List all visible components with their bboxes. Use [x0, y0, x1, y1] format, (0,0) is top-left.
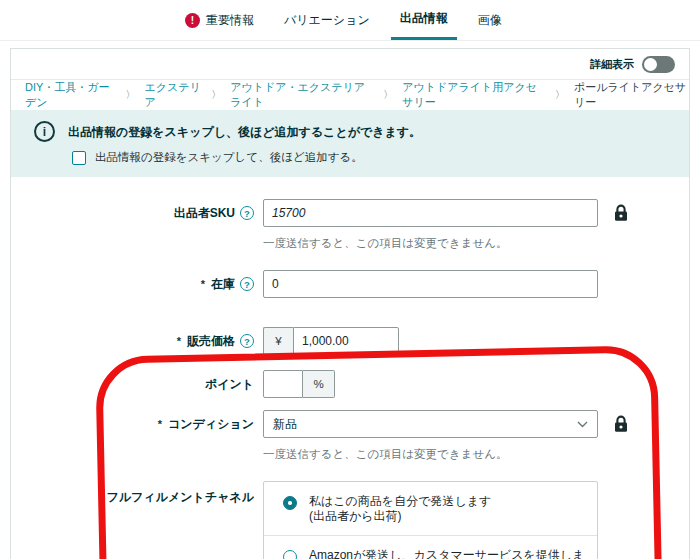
- sku-locked-note: 一度送信すると、この項目は変更できません。: [263, 236, 689, 251]
- breadcrumb-link[interactable]: エクステリア: [145, 80, 203, 110]
- tab-images[interactable]: 画像: [469, 0, 511, 40]
- error-badge-icon: !: [185, 13, 200, 28]
- help-icon[interactable]: ?: [240, 334, 254, 348]
- price-label: * 販売価格 ?: [11, 333, 254, 350]
- offer-form: 出品者SKU ? 一度送信すると、この項目は変更できません。 * 在: [11, 177, 689, 559]
- condition-select[interactable]: 新品: [263, 410, 598, 438]
- breadcrumb-link[interactable]: DIY・工具・ガーデン: [25, 80, 117, 110]
- advanced-view-label: 詳細表示: [590, 57, 634, 72]
- fulfillment-option-amazon[interactable]: Amazonが発送し、カスタマーサービスを提供します (Amazonから出荷): [264, 535, 597, 559]
- required-mark: *: [201, 278, 205, 290]
- condition-selected-value: 新品: [273, 416, 297, 433]
- fulfillment-label: フルフィルメントチャネル: [11, 489, 254, 506]
- lock-icon: [613, 415, 629, 433]
- panel-toolbar: 詳細表示: [11, 49, 689, 80]
- skip-offer-checkbox[interactable]: [72, 151, 86, 165]
- breadcrumb-separator-icon: 〉: [383, 88, 393, 102]
- skip-offer-checkbox-label: 出品情報の登録をスキップして、後ほど追加する。: [95, 150, 363, 165]
- fulfillment-row: フルフィルメントチャネル 私はこの商品を自分で発送します (出品者から出荷): [11, 481, 689, 559]
- breadcrumb-current: ポールライトアクセサリー: [574, 80, 689, 110]
- notice-title: 出品情報の登録をスキップし、後ほど追加することができます。: [68, 121, 421, 141]
- fulfillment-radio-group: 私はこの商品を自分で発送します (出品者から出荷) Amazonが発送し、カスタ…: [263, 481, 598, 559]
- breadcrumb-link[interactable]: アウトドア・エクステリアライト: [230, 80, 374, 110]
- condition-label: * コンディション: [11, 416, 254, 433]
- price-input[interactable]: [293, 327, 399, 355]
- sku-label: 出品者SKU ?: [11, 205, 254, 222]
- tab-variations[interactable]: バリエーション: [275, 0, 379, 40]
- offer-info-panel: 詳細表示 DIY・工具・ガーデン 〉 エクステリア 〉 アウトドア・エクステリア…: [10, 48, 690, 559]
- option-line1: 私はこの商品を自分で発送します: [309, 494, 491, 509]
- breadcrumb-separator-icon: 〉: [555, 88, 565, 102]
- tab-label: 画像: [478, 12, 502, 29]
- fulfillment-option-merchant[interactable]: 私はこの商品を自分で発送します (出品者から出荷): [264, 482, 597, 535]
- listing-tab-bar: ! 重要情報 バリエーション 出品情報 画像: [0, 0, 700, 41]
- price-row: * 販売価格 ? ¥: [11, 327, 689, 355]
- breadcrumb: DIY・工具・ガーデン 〉 エクステリア 〉 アウトドア・エクステリアライト 〉…: [11, 80, 689, 110]
- advanced-view-toggle[interactable]: [642, 56, 675, 73]
- tab-important-info[interactable]: ! 重要情報: [176, 0, 263, 40]
- stock-input[interactable]: [263, 270, 598, 298]
- chevron-down-icon: [577, 417, 588, 431]
- stock-label: * 在庫 ?: [11, 276, 254, 293]
- radio-icon[interactable]: [283, 496, 297, 510]
- points-row: ポイント %: [11, 370, 689, 398]
- option-line2: (出品者から出荷): [309, 509, 491, 524]
- tab-label: バリエーション: [284, 12, 370, 29]
- required-mark: *: [158, 418, 162, 430]
- condition-locked-note: 一度送信すると、この項目は変更できません。: [263, 447, 689, 462]
- percent-suffix: %: [303, 370, 335, 398]
- breadcrumb-separator-icon: 〉: [211, 88, 221, 102]
- tab-offer-info[interactable]: 出品情報: [391, 0, 457, 40]
- stock-row: * 在庫 ?: [11, 270, 689, 298]
- help-icon[interactable]: ?: [240, 277, 254, 291]
- skip-offer-notice: i 出品情報の登録をスキップし、後ほど追加することができます。 出品情報の登録を…: [11, 110, 689, 177]
- breadcrumb-link[interactable]: アウトドアライト用アクセサリー: [402, 80, 546, 110]
- condition-row: * コンディション 新品: [11, 410, 689, 438]
- toggle-knob: [644, 58, 657, 71]
- info-icon: i: [34, 121, 55, 142]
- lock-icon: [613, 204, 629, 222]
- points-label: ポイント: [11, 376, 254, 393]
- points-input[interactable]: [263, 370, 303, 398]
- radio-icon[interactable]: [283, 550, 297, 559]
- sku-input[interactable]: [263, 199, 598, 227]
- help-icon[interactable]: ?: [240, 206, 254, 220]
- sku-row: 出品者SKU ?: [11, 199, 689, 227]
- tab-label: 重要情報: [206, 12, 254, 29]
- breadcrumb-separator-icon: 〉: [126, 88, 136, 102]
- required-mark: *: [177, 335, 181, 347]
- tab-label: 出品情報: [400, 10, 448, 27]
- option-line1: Amazonが発送し、カスタマーサービスを提供します: [309, 548, 587, 559]
- currency-prefix: ¥: [263, 327, 293, 355]
